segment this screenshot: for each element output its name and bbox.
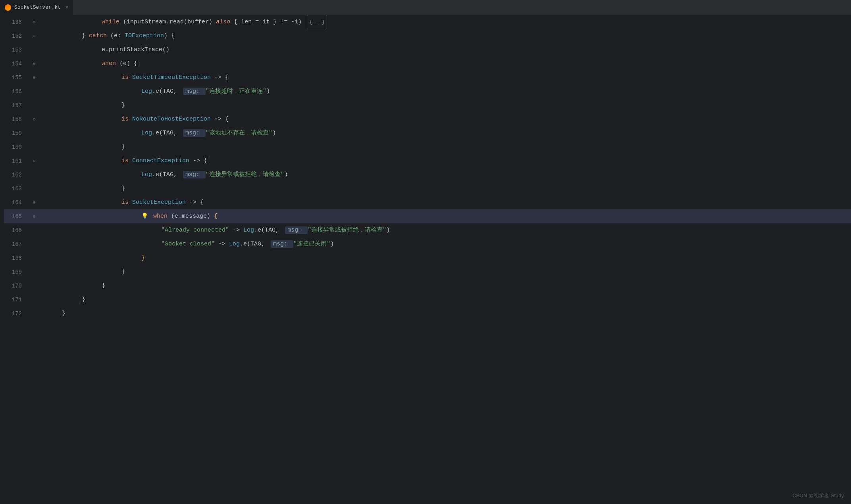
code-content: 138 ⊕ while (inputStream.read(buffer).al… [0, 15, 851, 504]
line-number: 158 [4, 116, 30, 123]
fold-marker[interactable]: ⊖ [30, 158, 39, 163]
line-number: 159 [4, 130, 30, 136]
code-line: } [39, 293, 851, 307]
line-number: 152 [4, 33, 30, 39]
code-line: } [39, 98, 851, 112]
code-line: Log.e(TAG, msg: "连接异常或被拒绝，请检查") [39, 168, 851, 182]
code-line: Log.e(TAG, msg: "连接超时，正在重连") [39, 84, 851, 98]
table-row: 162 Log.e(TAG, msg: "连接异常或被拒绝，请检查") [4, 168, 851, 182]
line-number: 167 [4, 241, 30, 247]
code-line: } catch (e: IOException) { [39, 29, 851, 43]
fold-marker[interactable]: ⊖ [30, 200, 39, 205]
code-line: when (e) { [39, 57, 851, 71]
line-number: 138 [4, 19, 30, 25]
line-number: 154 [4, 61, 30, 67]
line-number: 162 [4, 172, 30, 178]
code-line: is SocketException -> { [39, 195, 851, 209]
table-row: 156 Log.e(TAG, msg: "连接超时，正在重连") [4, 84, 851, 98]
code-line: e.printStackTrace() [39, 43, 851, 57]
code-line: } [39, 182, 851, 195]
line-number: 161 [4, 158, 30, 164]
table-row: 170 } [4, 279, 851, 293]
line-number: 160 [4, 144, 30, 150]
line-number: 168 [4, 255, 30, 261]
fold-marker[interactable]: ⊖ [30, 61, 39, 66]
fold-marker[interactable]: ⊖ [30, 33, 39, 38]
code-line: } [39, 307, 851, 320]
code-line: is ConnectException -> { [39, 154, 851, 168]
table-row: 152 ⊖ } catch (e: IOException) { [4, 29, 851, 43]
editor-area: 138 ⊕ while (inputStream.read(buffer).al… [0, 15, 851, 504]
table-row: 165 ⊖ 💡 when (e.message) { [4, 209, 851, 223]
fold-marker[interactable]: ⊖ [30, 117, 39, 122]
tab-filename: SocketServer.kt [14, 4, 61, 10]
code-line: } [39, 265, 851, 279]
code-line: "Already connected" -> Log.e(TAG, msg: "… [39, 223, 851, 237]
table-row: 161 ⊖ is ConnectException -> { [4, 154, 851, 168]
line-number: 166 [4, 227, 30, 234]
tab-bar: SocketServer.kt ✕ [0, 0, 851, 15]
table-row: 159 Log.e(TAG, msg: "该地址不存在，请检查") [4, 126, 851, 140]
table-row: 160 } [4, 140, 851, 154]
line-number: 170 [4, 283, 30, 289]
table-row: 138 ⊕ while (inputStream.read(buffer).al… [4, 15, 851, 29]
code-line: while (inputStream.read(buffer).also { l… [39, 15, 851, 29]
table-row: 154 ⊖ when (e) { [4, 57, 851, 71]
code-line: is SocketTimeoutException -> { [39, 71, 851, 84]
table-row: 168 } [4, 251, 851, 265]
code-line: "Socket closed" -> Log.e(TAG, msg: "连接已关… [39, 237, 851, 251]
tab-socketserver[interactable]: SocketServer.kt ✕ [0, 0, 73, 15]
kotlin-icon [5, 4, 11, 11]
table-row: 166 "Already connected" -> Log.e(TAG, ms… [4, 223, 851, 237]
tab-close-button[interactable]: ✕ [65, 4, 68, 10]
line-number: 153 [4, 47, 30, 53]
line-number: 172 [4, 310, 30, 317]
code-line: } [39, 279, 851, 293]
code-line: is NoRouteToHostException -> { [39, 112, 851, 126]
table-row: 164 ⊖ is SocketException -> { [4, 195, 851, 209]
table-row: 163 } [4, 182, 851, 195]
fold-marker[interactable]: ⊖ [30, 214, 39, 219]
line-number: 163 [4, 186, 30, 192]
table-row: 169 } [4, 265, 851, 279]
line-number: 164 [4, 199, 30, 206]
fold-marker[interactable]: ⊖ [30, 75, 39, 80]
line-number: 171 [4, 297, 30, 303]
code-line: Log.e(TAG, msg: "该地址不存在，请检查") [39, 126, 851, 140]
line-number: 156 [4, 88, 30, 95]
code-line: 💡 when (e.message) { [39, 209, 851, 223]
fold-marker[interactable]: ⊕ [30, 19, 39, 25]
line-number: 157 [4, 102, 30, 109]
table-row: 158 ⊖ is NoRouteToHostException -> { [4, 112, 851, 126]
table-row: 155 ⊖ is SocketTimeoutException -> { [4, 71, 851, 84]
table-row: 157 } [4, 98, 851, 112]
table-row: 167 "Socket closed" -> Log.e(TAG, msg: "… [4, 237, 851, 251]
watermark: CSDN @初学者·Study [793, 492, 844, 499]
line-number: 165 [4, 213, 30, 220]
line-number: 155 [4, 75, 30, 81]
line-number: 169 [4, 269, 30, 275]
table-row: 153 e.printStackTrace() [4, 43, 851, 57]
table-row: 172 } [4, 307, 851, 320]
code-line: } [39, 140, 851, 154]
code-line: } [39, 251, 851, 265]
table-row: 171 } [4, 293, 851, 307]
